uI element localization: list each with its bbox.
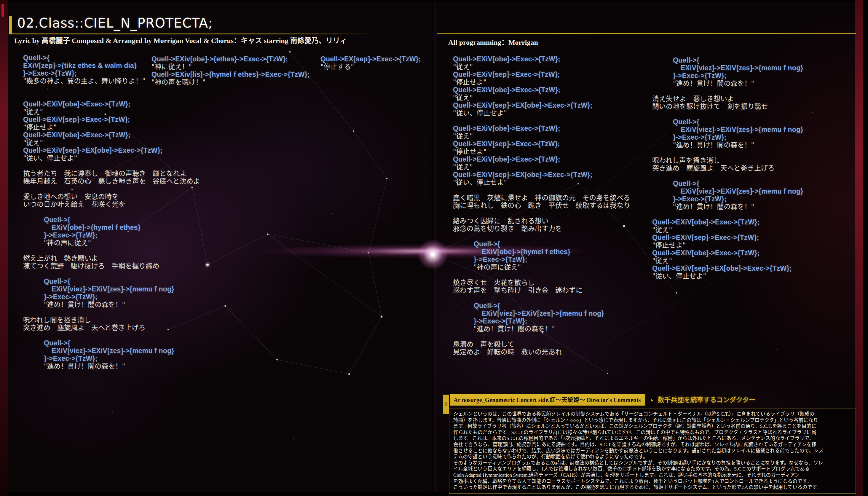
lens-flare-core [417, 239, 448, 270]
lyric-jp-line: "神の声に従え" [23, 239, 200, 247]
lyric-code-line: EXiV[viez]->EXiV[zes]->{memu f nog} [652, 64, 803, 72]
lyric-code-line: Quell->EXiV[obe]->Exec->{TzW}; [453, 55, 630, 63]
title-accent-bar [9, 16, 12, 33]
lyric-code-line: Quell->EX[sep]->Exec->{TzW}; [320, 55, 421, 63]
comments-text-line: します。これは、本来のS.C.T.の稼働目的である「7次元接続と、それによるエネ… [453, 435, 852, 442]
lyric-jp-line: "従え" [453, 132, 630, 140]
blank-line [453, 209, 630, 217]
lyric-code-line: Quell->{ [23, 278, 200, 285]
page-number-tab: 02 [443, 394, 449, 414]
lyric-jp-line: "従い、停止せよ" [453, 109, 630, 117]
lyric-code-line: Quell->EXiV[sep]->Exec->{TzW}; [453, 71, 630, 78]
lyric-code-line: Quell->{ [23, 339, 200, 347]
comments-text-line: そのようなガーディアンプログラムであるこの詩は、詩魔法の構造としてはシンプルです… [453, 460, 852, 466]
comments-text-line: 働させることに他ならないわけで、結果、広い意味ではガーディアンを動かす詩魔法とい… [453, 448, 852, 454]
title-underline [9, 33, 378, 34]
lyric-code-line: EXiV[viez]->EXiV[zes]->{memu f nog} [652, 187, 803, 195]
lyric-jp-line: "進め！貫け！闇の森を！" [23, 300, 200, 308]
lyric-jp-line: 呪われし声を掻き消し [652, 157, 803, 164]
lyric-code-line: Quell->EXiV[sep]->EX[obe]->Exec->{TzW}; [23, 146, 200, 154]
lyric-jp-line: 邪念の蔦を切り裂き 踏み出す力を [453, 225, 630, 232]
comments-text-line: 会社で言うなら、管理部門、総務部門にあたる詩曲です。目的は、S.C.T.を守護す… [453, 442, 852, 448]
lyric-code-line: }->Exec->{TzW}; [652, 134, 803, 141]
lyric-code-line: EXiV[viez]->EXiV[zes]->{memu f nog} [23, 347, 200, 355]
blank-line [453, 332, 630, 340]
lyric-jp-line: 幾年月越え 石英の心 悪しき呻き声を 谷底へと沈めよ [23, 177, 200, 185]
lyric-code-line: Quell->{ [652, 118, 803, 126]
lyric-jp-line: 消え失せよ 悪しき想いよ [652, 95, 803, 103]
lyric-jp-line: いつの日か叶え給え 花咲く光を [23, 200, 200, 208]
lyric-jp-line: "進め！貫け！闇の森を！" [23, 362, 200, 370]
lyric-code-line: }->Exec->{TzW}; [453, 317, 630, 325]
lyrics-column-left-1: Quell->{EXiV[zep]->{tikz ethes & walm di… [23, 54, 200, 370]
blank-line [652, 87, 803, 95]
blank-line [453, 271, 630, 279]
lyric-jp-line: 息潜め 声を殺して [453, 340, 630, 348]
blank-line [453, 117, 630, 125]
lyric-code-line: }->Exec->{TzW}; [652, 195, 803, 203]
blank-line [23, 162, 200, 170]
comments-text-line: Cieln Adapted Hymmnication System.通称チャーズ… [453, 472, 852, 479]
lyric-jp-line: "従え" [652, 257, 803, 264]
booklet-spread: 02.Class::CIEL_N_PROTECTA; Lyric by 高橋麗子… [0, 0, 868, 496]
lyric-jp-line: "従え" [652, 226, 803, 234]
lyric-jp-line: "神の声を聴け！" [152, 78, 310, 86]
lyric-code-line: Quell->EXiV[sep]->EX[obe]->Exec->{TzW}; [652, 264, 803, 272]
lyric-code-line: Quell->EXiV[sep]->EX[obe]->Exec->{TzW}; [453, 102, 630, 109]
lyric-jp-line: 惑わす声を 撃ち砕け 引き金 迷わずに [453, 286, 630, 294]
comments-text-line: シェルンというのは、この世界である移民船ソレイルの制御システムである「サージュコ… [453, 411, 852, 417]
credit-line: Lyric by 高橋麗子 Composed & Arranged by Mor… [14, 36, 347, 45]
lyric-jp-line: 突き進め 塵旋風よ 天へと巻き上げろ [652, 164, 803, 172]
lyric-jp-line: "停止せよ" [453, 148, 630, 155]
lyric-jp-line: "進め！貫け！闇の森を！" [652, 79, 803, 87]
blank-line [652, 172, 803, 180]
lyric-jp-line: "従い、停止せよ" [23, 154, 200, 162]
lyric-jp-line: "従え" [453, 63, 630, 71]
lyric-code-line: EXiV[obe]->{hymel f ethes} [453, 248, 630, 255]
lyric-jp-line: 闘いの地を駆け抜けて 剣を振り翳せ [652, 103, 803, 110]
lyric-jp-line: "神の声に従え" [453, 263, 630, 271]
lyric-jp-line: "従え" [23, 108, 200, 115]
lyric-code-line: EXiV[obe]->{hymel f ethes} [23, 223, 200, 231]
lyric-code-line: EXiV[viez]->EXiV[zes]->{memu f nog} [23, 285, 200, 293]
lyric-code-line: Quell->EXiV[obe]->Exec->{TzW}; [453, 86, 630, 94]
blank-line [23, 208, 200, 216]
lyric-jp-line: "従い、停止せよ" [652, 272, 803, 280]
blank-line [652, 211, 803, 218]
lyric-code-line: }->Exec->{TzW}; [23, 231, 200, 239]
blank-line [23, 247, 200, 254]
lyric-code-line: Quell->EXiV[sep]->Exec->{TzW}; [652, 234, 803, 241]
lyric-jp-line: "神に従え！" [152, 63, 310, 71]
lyric-code-line: Quell->{ [652, 56, 803, 64]
lyric-code-line: Quell->EXiV[obe]->Exec->{TzW}; [652, 218, 803, 226]
lyric-jp-line: "停止する" [320, 63, 421, 71]
comments-heading: 数千兵団を統率するコンダクター [658, 396, 755, 403]
lyric-jp-line: "従え" [453, 94, 630, 102]
lyric-jp-line: "停止せよ" [453, 78, 630, 86]
lyrics-column-right-2: Quell->{EXiV[viez]->EXiV[zes]->{memu f n… [652, 56, 803, 280]
blank-line [23, 93, 200, 100]
blank-line [453, 186, 630, 194]
blank-line [453, 294, 630, 302]
comments-text-line: 詩曲）を指します。普通は詩曲の外側に「シェルン・○○○」という感じで表現しますか… [453, 417, 852, 424]
lyric-code-line: Quell->EXiV[sep]->Exec->{TzW}; [23, 115, 200, 123]
comments-text-line: 作られたものだからです。S.C.T.のライブラリ群には様々な詩が創られていますが… [453, 430, 852, 436]
comments-body: シェルンというのは、この世界である移民船ソレイルの制御システムである「サージュコ… [449, 408, 856, 494]
lyric-code-line: Quell->EXiV[obe]->Exec->{TzW}; [23, 131, 200, 139]
lyric-code-line: Quell->EXiV[obe]->Exec->{TzW}; [23, 100, 200, 108]
lyric-jp-line: 愛しき地への想い 安息の時を [23, 193, 200, 200]
blank-line [652, 110, 803, 118]
lyric-jp-line: 焼き尽くせ 火花を散らし [453, 279, 630, 286]
comments-header: Ar nosurge_Genometric Concert side.紅～天統姫… [450, 394, 755, 407]
lyric-jp-line: "停止せよ" [23, 123, 200, 131]
blank-line [23, 308, 200, 316]
programming-credit: All programming：Morrigan [448, 38, 538, 47]
lyric-code-line: Quell->{ [652, 180, 803, 187]
lyric-code-line: Quell->EXiV[sep]->Exec->{TzW}; [453, 140, 630, 148]
comments-label: Ar nosurge_Genometric Concert side.紅～天統姫… [450, 394, 645, 406]
lyric-code-line: EXiV[viez]->EXiV[zes]->{memu f nog} [453, 310, 630, 317]
lyric-jp-line: "進め！貫け！闇の森を！" [652, 141, 803, 149]
lyric-code-line: }->Exec->{TzW}; [453, 255, 630, 263]
lyric-jp-line: "進め！貫け！闇の森を！" [652, 203, 803, 211]
lyric-code-line: EXiV[viez]->EXiV[zes]->{memu f nog} [652, 126, 803, 134]
